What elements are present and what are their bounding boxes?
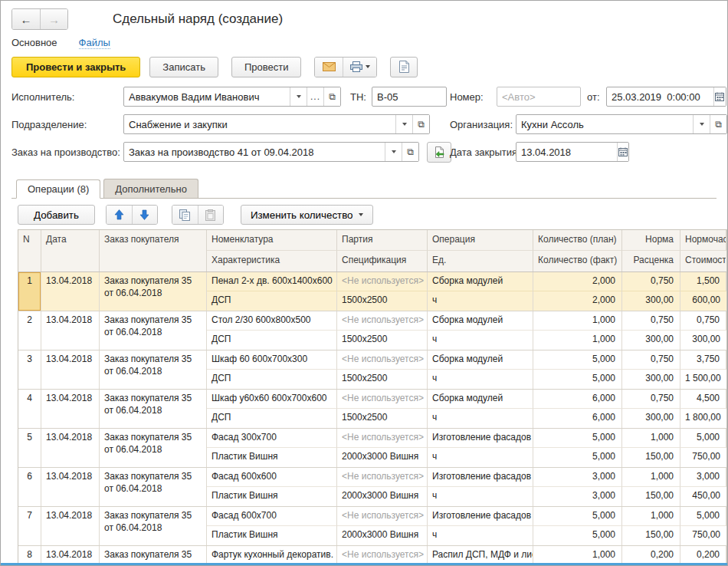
cell-unit[interactable]: ч — [428, 409, 533, 428]
cell-unit[interactable]: ч — [428, 370, 533, 389]
operation-row[interactable]: 113.04.2018Заказ покупателя 35 от 06.04.… — [18, 272, 726, 311]
cell-norm-hours[interactable]: 3,750 — [680, 350, 726, 370]
cell-unit[interactable]: ч — [428, 487, 533, 506]
cell-qty-plan[interactable]: 5,000 — [533, 429, 622, 448]
change-quantity-button[interactable]: Изменить количество — [241, 205, 373, 225]
cell-cost[interactable]: 600,00 — [680, 291, 726, 311]
organization-input[interactable] — [516, 115, 693, 133]
operation-row[interactable]: 413.04.2018Заказ покупателя 35 от 06.04.… — [18, 390, 726, 429]
cell-rate[interactable]: 150,00 — [622, 448, 680, 467]
cell-unit[interactable]: ч — [428, 291, 533, 311]
cell-qty-fact[interactable]: 5,000 — [533, 448, 622, 467]
add-row-button[interactable]: Добавить — [18, 205, 95, 225]
report-button[interactable] — [390, 57, 418, 77]
cell-batch[interactable]: <Не используется> — [337, 468, 428, 487]
closing-date-input[interactable] — [516, 143, 617, 161]
operation-row[interactable]: 513.04.2018Заказ покупателя 35 от 06.04.… — [18, 429, 726, 468]
production-order-input[interactable] — [124, 143, 385, 161]
cell-line-number[interactable]: 1 — [18, 272, 41, 311]
cell-nomenclature[interactable]: Фасад 300х700 — [207, 429, 337, 448]
cell-customer-order[interactable]: Заказ покупателя 35 от 06.04.2018 — [100, 507, 207, 545]
cell-batch[interactable]: <Не используется> — [337, 507, 428, 526]
cell-cost[interactable]: 750,00 — [680, 526, 726, 545]
cell-norm[interactable]: 1,000 — [622, 507, 680, 526]
cell-qty-fact[interactable]: 3,000 — [533, 487, 622, 506]
executor-open-button[interactable]: ⧉ — [323, 87, 340, 106]
cell-qty-fact[interactable]: 2,000 — [533, 291, 622, 311]
cell-characteristic[interactable]: Пластик Вишня — [207, 526, 337, 545]
cell-operation[interactable]: Сборка модулей — [428, 311, 533, 331]
cell-operation[interactable]: Сборка модулей — [428, 390, 533, 409]
cell-cost[interactable]: 750,00 — [680, 448, 726, 467]
cell-characteristic[interactable]: Пластик Вишня — [207, 487, 337, 506]
cell-qty-plan[interactable]: 1,000 — [533, 311, 622, 331]
cell-customer-order[interactable]: Заказ покупателя 35 от 06.04.2018 — [100, 350, 207, 389]
cell-specification[interactable]: 2000х3000 Вишня — [337, 448, 428, 467]
organization-dropdown-button[interactable] — [693, 115, 710, 133]
cell-norm-hours[interactable]: 4,500 — [680, 390, 726, 409]
cell-norm[interactable]: 0,750 — [622, 311, 680, 331]
cell-line-number[interactable]: 5 — [18, 429, 41, 467]
cell-operation[interactable]: Сборка модулей — [428, 272, 533, 291]
cell-date[interactable]: 13.04.2018 — [41, 468, 100, 506]
cell-line-number[interactable]: 3 — [18, 350, 41, 389]
cell-unit[interactable]: ч — [428, 331, 533, 350]
cell-rate[interactable]: 300,00 — [622, 291, 680, 311]
cell-date[interactable]: 13.04.2018 — [41, 507, 100, 545]
cell-specification[interactable]: 1500х2500 — [337, 291, 428, 311]
cell-line-number[interactable]: 4 — [18, 390, 41, 428]
cell-nomenclature[interactable]: Шкаф 60 600х700х300 — [207, 350, 337, 370]
cell-customer-order[interactable]: Заказ покупателя 35 от 06.04.2018 — [100, 311, 207, 350]
executor-dropdown-button[interactable] — [290, 87, 307, 106]
cell-operation[interactable]: Изготовление фасадов — [428, 507, 533, 526]
cell-nomenclature[interactable]: Стол 2/30 600х800х500 — [207, 311, 337, 331]
cell-qty-plan[interactable]: 6,000 — [533, 390, 622, 409]
cell-qty-fact[interactable]: 5,000 — [533, 526, 622, 545]
operation-row[interactable]: 613.04.2018Заказ покупателя 35 от 06.04.… — [18, 468, 726, 507]
cell-norm-hours[interactable]: 5,000 — [680, 429, 726, 448]
cell-characteristic[interactable]: ДСП — [207, 331, 337, 350]
cell-unit[interactable]: ч — [428, 448, 533, 467]
cell-qty-fact[interactable]: 5,000 — [533, 370, 622, 389]
cell-date[interactable]: 13.04.2018 — [41, 390, 100, 428]
closing-date-calendar-button[interactable] — [617, 143, 628, 161]
cell-specification[interactable]: 1500х2500 — [337, 331, 428, 350]
paste-rows-button[interactable] — [198, 206, 223, 224]
tab-additional[interactable]: Дополнительно — [103, 179, 198, 198]
cell-date[interactable]: 13.04.2018 — [41, 429, 100, 467]
executor-input[interactable] — [124, 87, 290, 106]
cell-unit[interactable]: ч — [428, 526, 533, 545]
cell-specification[interactable]: 2000х3000 Вишня — [337, 526, 428, 545]
cell-customer-order[interactable]: Заказ покупателя 35 от 06.04.2018 — [100, 429, 207, 467]
cell-cost[interactable]: 1 500,00 — [680, 370, 726, 389]
mail-button[interactable] — [315, 58, 343, 77]
cell-specification[interactable]: 2000х3000 Вишня — [337, 487, 428, 506]
cell-norm-hours[interactable]: 3,000 — [680, 468, 726, 487]
cell-batch[interactable]: <Не используется> — [337, 390, 428, 409]
department-input[interactable] — [124, 115, 395, 133]
cell-norm[interactable]: 0,750 — [622, 350, 680, 370]
production-order-open-button[interactable]: ⧉ — [402, 143, 418, 161]
cell-rate[interactable]: 150,00 — [622, 487, 680, 506]
department-open-button[interactable]: ⧉ — [412, 115, 429, 133]
back-button[interactable]: ← — [12, 9, 40, 29]
cell-characteristic[interactable]: ДСП — [207, 291, 337, 311]
cell-nomenclature[interactable]: Шкаф у60х60 600х700х600 — [207, 390, 337, 409]
cell-norm-hours[interactable]: 1,500 — [680, 272, 726, 291]
production-order-dropdown-button[interactable] — [385, 143, 402, 161]
cell-customer-order[interactable]: Заказ покупателя 35 от 06.04.2018 — [100, 390, 207, 428]
operation-row[interactable]: 213.04.2018Заказ покупателя 35 от 06.04.… — [18, 311, 726, 350]
tab-operations[interactable]: Операции (8) — [16, 179, 100, 199]
cell-norm[interactable]: 0,750 — [622, 390, 680, 409]
cell-specification[interactable]: 1500х2500 — [337, 370, 428, 389]
cell-operation[interactable]: Изготовление фасадов — [428, 468, 533, 487]
post-and-close-button[interactable]: Провести и закрыть — [11, 57, 140, 77]
cell-batch[interactable]: <Не используется> — [337, 311, 428, 331]
operation-row[interactable]: 713.04.2018Заказ покупателя 35 от 06.04.… — [18, 507, 726, 546]
print-button[interactable] — [343, 58, 376, 77]
cell-qty-plan[interactable]: 5,000 — [533, 507, 622, 526]
move-down-button[interactable] — [132, 206, 157, 224]
cell-date[interactable]: 13.04.2018 — [41, 311, 100, 350]
cell-norm[interactable]: 1,000 — [622, 429, 680, 448]
number-input[interactable] — [497, 87, 580, 106]
